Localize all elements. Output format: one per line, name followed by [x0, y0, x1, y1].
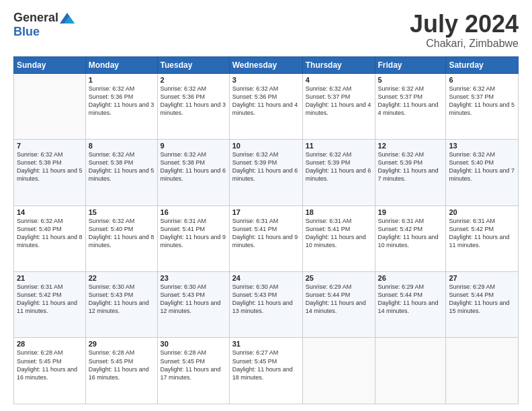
day-number: 24: [232, 274, 300, 282]
table-row: 24Sunrise: 6:30 AMSunset: 5:43 PMDayligh…: [229, 272, 302, 338]
table-row: 4Sunrise: 6:32 AMSunset: 5:37 PMDaylight…: [302, 73, 375, 139]
calendar-week-row: 21Sunrise: 6:31 AMSunset: 5:42 PMDayligh…: [14, 272, 519, 338]
table-row: 7Sunrise: 6:32 AMSunset: 5:38 PMDaylight…: [14, 140, 86, 205]
header: General Blue July 2024 Chakari, Zimbabwe: [13, 11, 519, 50]
header-saturday: Saturday: [446, 56, 519, 73]
day-number: 29: [89, 340, 154, 348]
day-info: Sunrise: 6:31 AMSunset: 5:41 PMDaylight:…: [232, 217, 300, 250]
day-number: 28: [17, 340, 83, 348]
header-sunday: Sunday: [14, 56, 86, 73]
day-number: 7: [17, 142, 83, 150]
day-number: 4: [306, 76, 372, 84]
day-info: Sunrise: 6:32 AMSunset: 5:40 PMDaylight:…: [89, 217, 154, 250]
day-info: Sunrise: 6:32 AMSunset: 5:37 PMDaylight:…: [449, 85, 515, 118]
day-number: 26: [378, 274, 443, 282]
day-number: 21: [17, 274, 83, 282]
day-info: Sunrise: 6:31 AMSunset: 5:42 PMDaylight:…: [378, 217, 443, 250]
day-info: Sunrise: 6:32 AMSunset: 5:37 PMDaylight:…: [306, 85, 372, 118]
calendar-header-row: Sunday Monday Tuesday Wednesday Thursday…: [14, 56, 519, 73]
title-section: July 2024 Chakari, Zimbabwe: [410, 11, 519, 50]
table-row: 19Sunrise: 6:31 AMSunset: 5:42 PMDayligh…: [375, 205, 446, 271]
day-info: Sunrise: 6:29 AMSunset: 5:44 PMDaylight:…: [449, 283, 515, 316]
day-info: Sunrise: 6:28 AMSunset: 5:45 PMDaylight:…: [89, 349, 154, 381]
header-thursday: Thursday: [302, 56, 375, 73]
table-row: 23Sunrise: 6:30 AMSunset: 5:43 PMDayligh…: [157, 272, 229, 338]
day-info: Sunrise: 6:32 AMSunset: 5:36 PMDaylight:…: [232, 85, 300, 118]
page: General Blue July 2024 Chakari, Zimbabwe…: [0, 0, 532, 411]
table-row: 5Sunrise: 6:32 AMSunset: 5:37 PMDaylight…: [375, 73, 446, 139]
day-number: 22: [89, 274, 154, 282]
header-tuesday: Tuesday: [157, 56, 229, 73]
day-info: Sunrise: 6:30 AMSunset: 5:43 PMDaylight:…: [232, 283, 300, 316]
table-row: 25Sunrise: 6:29 AMSunset: 5:44 PMDayligh…: [302, 272, 375, 338]
logo-blue-text: Blue: [13, 25, 40, 39]
day-info: Sunrise: 6:27 AMSunset: 5:45 PMDaylight:…: [232, 349, 300, 381]
calendar-week-row: 1Sunrise: 6:32 AMSunset: 5:36 PMDaylight…: [14, 73, 519, 139]
calendar-week-row: 7Sunrise: 6:32 AMSunset: 5:38 PMDaylight…: [14, 140, 519, 205]
day-info: Sunrise: 6:30 AMSunset: 5:43 PMDaylight:…: [89, 283, 154, 316]
table-row: 26Sunrise: 6:29 AMSunset: 5:44 PMDayligh…: [375, 272, 446, 338]
table-row: [302, 338, 375, 404]
table-row: 8Sunrise: 6:32 AMSunset: 5:38 PMDaylight…: [85, 140, 157, 205]
day-number: 30: [161, 340, 226, 348]
day-number: 17: [232, 208, 300, 216]
day-number: 2: [161, 76, 226, 84]
day-info: Sunrise: 6:29 AMSunset: 5:44 PMDaylight:…: [306, 283, 372, 316]
day-info: Sunrise: 6:30 AMSunset: 5:43 PMDaylight:…: [161, 283, 226, 316]
day-info: Sunrise: 6:32 AMSunset: 5:39 PMDaylight:…: [378, 150, 443, 183]
day-info: Sunrise: 6:32 AMSunset: 5:39 PMDaylight:…: [306, 150, 372, 183]
table-row: 1Sunrise: 6:32 AMSunset: 5:36 PMDaylight…: [85, 73, 157, 139]
day-number: 13: [449, 142, 515, 150]
logo: General Blue: [13, 11, 75, 39]
day-number: 10: [232, 142, 300, 150]
day-info: Sunrise: 6:32 AMSunset: 5:37 PMDaylight:…: [378, 85, 443, 118]
table-row: 2Sunrise: 6:32 AMSunset: 5:36 PMDaylight…: [157, 73, 229, 139]
table-row: 21Sunrise: 6:31 AMSunset: 5:42 PMDayligh…: [14, 272, 86, 338]
table-row: 9Sunrise: 6:32 AMSunset: 5:38 PMDaylight…: [157, 140, 229, 205]
table-row: 17Sunrise: 6:31 AMSunset: 5:41 PMDayligh…: [229, 205, 302, 271]
day-number: 20: [449, 208, 515, 216]
day-number: 18: [306, 208, 372, 216]
day-number: 12: [378, 142, 443, 150]
day-info: Sunrise: 6:28 AMSunset: 5:45 PMDaylight:…: [161, 349, 226, 381]
calendar-week-row: 28Sunrise: 6:28 AMSunset: 5:45 PMDayligh…: [14, 338, 519, 404]
day-info: Sunrise: 6:32 AMSunset: 5:36 PMDaylight:…: [89, 85, 154, 118]
table-row: [14, 73, 86, 139]
table-row: 10Sunrise: 6:32 AMSunset: 5:39 PMDayligh…: [229, 140, 302, 205]
day-number: 3: [232, 76, 300, 84]
logo-general-text: General: [13, 11, 58, 25]
day-info: Sunrise: 6:32 AMSunset: 5:39 PMDaylight:…: [232, 150, 300, 183]
day-info: Sunrise: 6:32 AMSunset: 5:38 PMDaylight:…: [17, 150, 83, 183]
day-number: 31: [232, 340, 300, 348]
day-number: 25: [306, 274, 372, 282]
table-row: 16Sunrise: 6:31 AMSunset: 5:41 PMDayligh…: [157, 205, 229, 271]
day-number: 27: [449, 274, 515, 282]
table-row: 12Sunrise: 6:32 AMSunset: 5:39 PMDayligh…: [375, 140, 446, 205]
table-row: 28Sunrise: 6:28 AMSunset: 5:45 PMDayligh…: [14, 338, 86, 404]
table-row: 18Sunrise: 6:31 AMSunset: 5:41 PMDayligh…: [302, 205, 375, 271]
day-number: 8: [89, 142, 154, 150]
day-info: Sunrise: 6:31 AMSunset: 5:42 PMDaylight:…: [17, 283, 83, 316]
table-row: 20Sunrise: 6:31 AMSunset: 5:42 PMDayligh…: [446, 205, 519, 271]
table-row: 31Sunrise: 6:27 AMSunset: 5:45 PMDayligh…: [229, 338, 302, 404]
day-number: 9: [161, 142, 226, 150]
day-info: Sunrise: 6:32 AMSunset: 5:40 PMDaylight:…: [449, 150, 515, 183]
table-row: 11Sunrise: 6:32 AMSunset: 5:39 PMDayligh…: [302, 140, 375, 205]
day-number: 1: [89, 76, 154, 84]
day-info: Sunrise: 6:31 AMSunset: 5:41 PMDaylight:…: [161, 217, 226, 250]
day-number: 11: [306, 142, 372, 150]
table-row: 27Sunrise: 6:29 AMSunset: 5:44 PMDayligh…: [446, 272, 519, 338]
calendar-table: Sunday Monday Tuesday Wednesday Thursday…: [13, 56, 519, 404]
header-wednesday: Wednesday: [229, 56, 302, 73]
day-info: Sunrise: 6:29 AMSunset: 5:44 PMDaylight:…: [378, 283, 443, 316]
table-row: 6Sunrise: 6:32 AMSunset: 5:37 PMDaylight…: [446, 73, 519, 139]
day-info: Sunrise: 6:32 AMSunset: 5:36 PMDaylight:…: [161, 85, 226, 118]
table-row: 22Sunrise: 6:30 AMSunset: 5:43 PMDayligh…: [85, 272, 157, 338]
location-title: Chakari, Zimbabwe: [410, 38, 519, 50]
table-row: 14Sunrise: 6:32 AMSunset: 5:40 PMDayligh…: [14, 205, 86, 271]
day-info: Sunrise: 6:28 AMSunset: 5:45 PMDaylight:…: [17, 349, 83, 381]
table-row: 3Sunrise: 6:32 AMSunset: 5:36 PMDaylight…: [229, 73, 302, 139]
header-friday: Friday: [375, 56, 446, 73]
calendar-week-row: 14Sunrise: 6:32 AMSunset: 5:40 PMDayligh…: [14, 205, 519, 271]
day-info: Sunrise: 6:32 AMSunset: 5:40 PMDaylight:…: [17, 217, 83, 250]
